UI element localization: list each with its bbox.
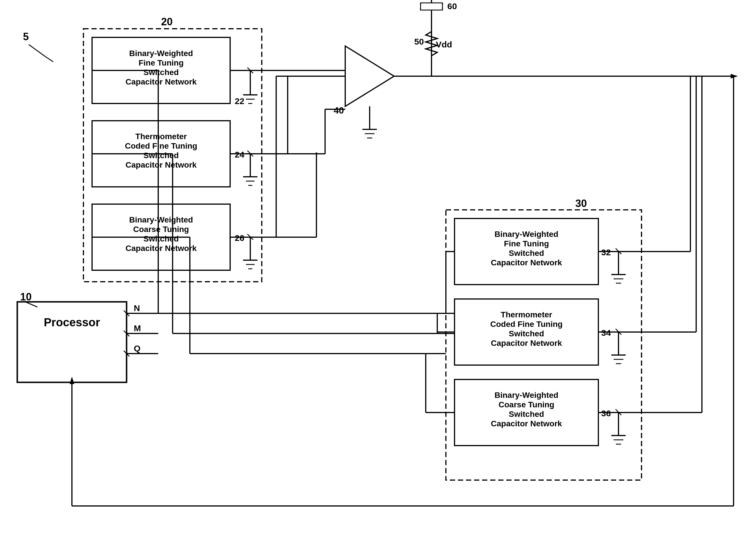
port-m: M — [134, 323, 141, 333]
block34-line4: Capacitor Network — [491, 339, 562, 347]
block26-line4: Capacitor Network — [125, 244, 197, 253]
block24-line2: Coded Fine Tuning — [125, 141, 197, 151]
block26-line3: Switched — [143, 234, 179, 243]
block32-line4: Capacitor Network — [491, 258, 562, 267]
block32-num: 32 — [601, 247, 611, 257]
block34-num: 34 — [601, 328, 611, 338]
block36-line4: Capacitor Network — [491, 419, 562, 428]
resistor-num: 50 — [414, 37, 424, 46]
block36-line3: Switched — [509, 409, 544, 419]
port-n: N — [134, 303, 140, 313]
processor-label-line1: Processor — [44, 316, 100, 328]
block24-line3: Switched — [143, 151, 179, 160]
block26-line1: Binary-Weighted — [129, 215, 193, 224]
processor-num: 10 — [20, 291, 32, 303]
block24-line1: Thermometer — [135, 132, 187, 141]
block32-line1: Binary-Weighted — [495, 230, 558, 239]
block26-num: 26 — [235, 233, 244, 243]
block32-line3: Switched — [509, 249, 544, 258]
block36-line1: Binary-Weighted — [495, 391, 558, 400]
block32-line2: Fine Tuning — [504, 239, 549, 248]
block36-line2: Coarse Tuning — [499, 400, 554, 409]
block22-num: 22 — [235, 96, 244, 106]
group20-label: 20 — [161, 16, 173, 27]
block22-line3: Switched — [143, 68, 179, 77]
port-q: Q — [134, 343, 140, 353]
block24-num: 24 — [235, 150, 245, 159]
group30-label: 30 — [575, 198, 587, 209]
block24-line4: Capacitor Network — [125, 160, 197, 169]
block34-line2: Coded Fine Tuning — [490, 320, 562, 328]
svg-rect-25 — [17, 302, 127, 382]
block22-line4: Capacitor Network — [125, 77, 197, 86]
cap-num: 60 — [447, 1, 457, 11]
ref-5: 5 — [23, 31, 29, 43]
amp-num: 40 — [334, 105, 344, 116]
block22-line2: Fine Tuning — [139, 58, 184, 67]
svg-rect-67 — [421, 3, 442, 10]
block22-line1: Binary-Weighted — [129, 49, 193, 58]
block36-num: 36 — [601, 408, 611, 418]
vdd-label: Vdd — [436, 40, 452, 49]
block26-line2: Coarse Tuning — [133, 225, 189, 234]
block34-line1: Thermometer — [501, 310, 552, 319]
block34-line3: Switched — [509, 329, 544, 338]
